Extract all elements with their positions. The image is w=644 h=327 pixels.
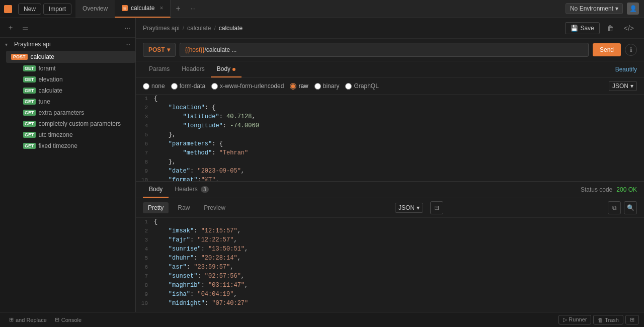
tab-headers[interactable]: Headers	[176, 61, 210, 77]
resp-tab-headers[interactable]: Headers 3	[169, 182, 214, 198]
method-badge-get: GET	[23, 121, 36, 127]
option-binary[interactable]: binary	[314, 83, 340, 90]
sidebar-item-post-calculate[interactable]: POST calculate	[6, 51, 135, 63]
code-line: 4 "sunrise": "13:50:51",	[136, 245, 644, 254]
sidebar-item-elevation[interactable]: GET elevation	[18, 74, 135, 85]
breadcrumb-part2[interactable]: calculate	[187, 25, 211, 32]
bottom-bar-right: ▷ Runner 🗑 Trash ⊞	[558, 315, 639, 324]
tab-more-button[interactable]: ···	[186, 5, 201, 12]
url-path: /calculate ...	[204, 46, 236, 53]
main-layout: ＋ ⚌ ··· ▾ Praytimes api ··· POST calcula…	[0, 18, 644, 312]
sidebar-item-custom-parameters[interactable]: GET completely custom parameters	[18, 118, 135, 129]
method-selector[interactable]: POST ▾	[143, 43, 176, 57]
code-line: 7 "sunset": "02:57:56",	[136, 272, 644, 281]
breadcrumb-part3: calculate	[219, 25, 243, 32]
radio-none[interactable]	[143, 83, 149, 90]
chevron-down-icon: ▾	[167, 46, 170, 53]
sidebar-item-foramt[interactable]: GET foramt	[18, 63, 135, 74]
nav-item-label: elevation	[39, 76, 63, 83]
bottom-bar: ⊞ and Replace ⊟ Console ▷ Runner 🗑 Trash…	[0, 312, 644, 327]
radio-graphql[interactable]	[345, 83, 352, 90]
code-line: 6 "parameters": {	[136, 140, 644, 149]
console-label: Console	[61, 317, 82, 323]
layout-button[interactable]: ⊞	[625, 315, 639, 324]
runner-icon: ▷	[563, 316, 567, 322]
add-item-button[interactable]: ＋	[5, 22, 16, 33]
tab-bar: Overview ⊞ calculate × + ··· No Environm…	[75, 0, 644, 18]
option-raw[interactable]: raw	[290, 83, 308, 90]
trash-button[interactable]: 🗑 Trash	[593, 315, 623, 324]
filter-button[interactable]: ⊟	[430, 201, 443, 214]
radio-binary[interactable]	[314, 83, 321, 90]
format-selector[interactable]: JSON ▾	[609, 81, 637, 91]
format-tab-raw[interactable]: Raw	[173, 202, 195, 213]
trash-icon: 🗑	[598, 317, 603, 323]
breadcrumb-actions: 💾 Save 🗑 </>	[565, 22, 637, 34]
format-tab-preview[interactable]: Preview	[199, 202, 230, 213]
radio-urlencoded[interactable]	[211, 83, 218, 90]
sidebar-item-utc-timezone[interactable]: GET utc timezone	[18, 129, 135, 140]
radio-form-data[interactable]	[171, 83, 178, 90]
radio-raw[interactable]	[290, 83, 296, 90]
runner-button[interactable]: ▷ Runner	[558, 315, 591, 324]
console-button[interactable]: ⊟ Console	[51, 312, 86, 327]
option-graphql[interactable]: GraphQL	[345, 83, 378, 90]
collection-name: Praytimes api	[14, 41, 51, 48]
content-area: Praytimes api / calculate / calculate 💾 …	[136, 18, 644, 312]
response-body[interactable]: 1 { 2 "imsak": "12:15:57", 3 "fajr": "12…	[136, 218, 644, 312]
option-none[interactable]: none	[143, 83, 165, 90]
sidebar-item-calculate[interactable]: GET calculate	[18, 85, 135, 96]
filter-button[interactable]: ⚌	[20, 23, 31, 33]
filter-icon-btn[interactable]: ⊟	[430, 201, 443, 214]
status-value: 200 OK	[616, 186, 637, 193]
profile-icon[interactable]: 👤	[627, 3, 639, 15]
format-tab-pretty[interactable]: Pretty	[143, 202, 169, 213]
copy-button[interactable]: ⧉	[608, 201, 621, 214]
breadcrumb-part1[interactable]: Praytimes api	[143, 25, 180, 32]
tab-close-icon[interactable]: ×	[159, 5, 163, 12]
method-badge-get: GET	[23, 76, 36, 83]
status-area: Status code 200 OK	[581, 186, 637, 193]
request-tabs: Params Headers Body Beautify	[136, 61, 644, 78]
import-button[interactable]: Import	[43, 4, 71, 15]
code-view-button[interactable]: </>	[621, 22, 637, 34]
option-urlencoded[interactable]: x-www-form-urlencoded	[211, 83, 284, 90]
console-icon: ⊟	[55, 316, 59, 323]
app-logo	[4, 5, 12, 13]
code-line: 1 {	[136, 218, 644, 227]
code-line: 1 {	[136, 95, 644, 104]
add-tab-button[interactable]: +	[171, 5, 185, 13]
sidebar-more-button[interactable]: ···	[124, 24, 130, 32]
chevron-down-icon: ▾	[417, 204, 420, 211]
delete-button[interactable]: 🗑	[604, 22, 617, 34]
save-button[interactable]: 💾 Save	[565, 22, 599, 34]
collection-item[interactable]: ▾ Praytimes api ···	[0, 38, 135, 51]
chevron-down-icon: ▾	[630, 83, 633, 90]
sidebar-actions: ＋ ⚌	[5, 22, 31, 33]
code-editor-wrap: 1 { 2 "location": { 3 "latitude": 40.712…	[136, 95, 644, 181]
tab-calculate[interactable]: ⊞ calculate ×	[115, 0, 171, 18]
code-line: 8 },	[136, 158, 644, 167]
response-sub-bar: Pretty Raw Preview JSON ▾ ⊟ ⧉ 🔍	[136, 198, 644, 218]
response-format-selector[interactable]: JSON ▾	[395, 203, 423, 213]
tab-body[interactable]: Body	[211, 61, 242, 77]
resp-tab-body[interactable]: Body	[143, 182, 169, 198]
search-button[interactable]: 🔍	[624, 201, 637, 214]
tab-overview[interactable]: Overview	[75, 0, 115, 18]
beautify-button[interactable]: Beautify	[615, 66, 637, 73]
info-button[interactable]: ℹ	[625, 44, 637, 56]
request-body-editor[interactable]: 1 { 2 "location": { 3 "latitude": 40.712…	[136, 95, 644, 181]
find-replace-button[interactable]: ⊞ and Replace	[5, 312, 51, 327]
headers-badge: 3	[201, 186, 209, 193]
send-button[interactable]: Send	[593, 43, 621, 56]
new-button[interactable]: New	[18, 4, 41, 15]
url-input[interactable]: {{host}}/calculate ...	[180, 43, 589, 57]
sidebar-item-fixed-timezone[interactable]: GET fixed timezone	[18, 140, 135, 151]
option-form-data[interactable]: form-data	[171, 83, 205, 90]
sidebar-item-extra-parameters[interactable]: GET extra parameters	[18, 107, 135, 118]
environment-selector[interactable]: No Environment ▾	[566, 3, 623, 14]
code-line: 6 "asr": "23:59:57",	[136, 263, 644, 272]
collection-more-button[interactable]: ···	[125, 41, 130, 48]
sidebar-item-tune[interactable]: GET tune	[18, 96, 135, 107]
tab-params[interactable]: Params	[143, 61, 176, 77]
